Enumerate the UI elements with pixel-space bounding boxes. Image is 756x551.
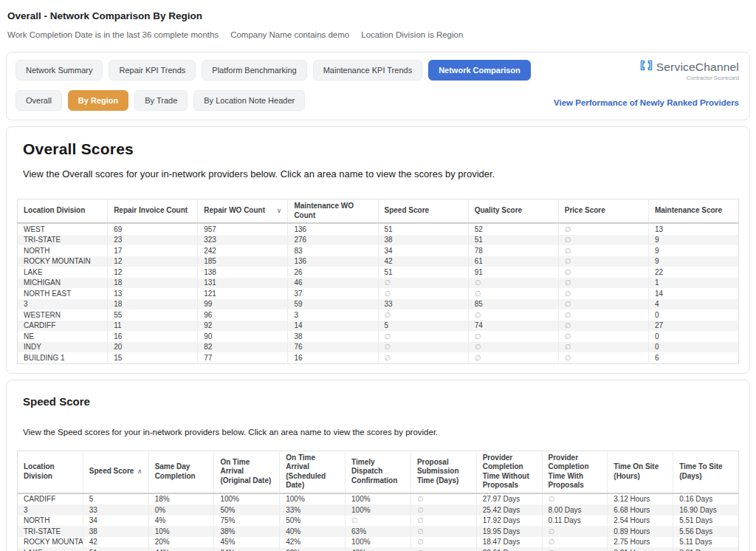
value-cell: 43% — [346, 547, 411, 551]
value-cell: 44% — [148, 547, 214, 551]
area-name-cell[interactable]: WEST — [18, 223, 108, 235]
column-header[interactable]: Quality Score — [468, 199, 558, 224]
area-name-cell[interactable]: INDY — [18, 342, 108, 353]
value-cell: ∅ — [558, 235, 648, 246]
value-cell: 55 — [108, 309, 198, 321]
column-header[interactable]: Time To Site (Days) — [673, 451, 739, 493]
value-cell: ∅ — [468, 352, 558, 363]
area-name-cell[interactable]: WESTERN — [18, 309, 108, 321]
value-cell: 22.61 Days — [476, 547, 542, 551]
area-name-cell[interactable]: NORTH — [18, 516, 83, 527]
value-cell: 136 — [288, 256, 378, 267]
column-header[interactable]: Time On Site (Hours) — [608, 451, 673, 493]
column-header[interactable]: On Time Arrival (Original Date) — [214, 451, 280, 493]
value-cell: 52 — [468, 223, 558, 235]
secondary-tab-row: Overall By Region By Trade By Location N… — [16, 90, 531, 111]
value-cell: ∅ — [378, 278, 468, 289]
column-header[interactable]: On Time Arrival (Scheduled Date) — [280, 451, 346, 493]
area-name-cell[interactable]: NE — [18, 331, 108, 342]
area-name-cell[interactable]: TRI-STATE — [18, 526, 83, 537]
area-name-cell[interactable]: 3 — [18, 299, 108, 310]
value-cell: 64% — [214, 547, 280, 551]
area-name-cell[interactable]: MICHIGAN — [18, 278, 108, 289]
value-cell: 78 — [468, 245, 558, 256]
area-name-cell[interactable]: CARDIFF — [18, 321, 108, 332]
table-row: NORTH EAST1312137∅∅∅14 — [18, 288, 739, 299]
value-cell: 6 — [648, 352, 738, 363]
value-cell: 23 — [108, 235, 198, 246]
value-cell: 38 — [378, 235, 468, 246]
value-cell: ∅ — [468, 278, 558, 289]
tab-by-location-note-header[interactable]: By Location Note Header — [193, 90, 305, 111]
tab-maintenance-kpi-trends[interactable]: Maintenance KPI Trends — [313, 60, 422, 81]
area-name-cell[interactable]: 3 — [18, 504, 83, 516]
area-name-cell[interactable]: ROCKY MOUNTAIN — [18, 256, 108, 267]
primary-tab-row: Network Summary Repair KPI Trends Platfo… — [16, 60, 531, 81]
column-header[interactable]: Speed Score — [378, 199, 468, 224]
value-cell: 5.56 Days — [673, 526, 739, 537]
value-cell: 62% — [280, 547, 346, 551]
area-name-cell[interactable]: NORTH — [18, 245, 108, 256]
value-cell: ∅ — [378, 309, 468, 321]
value-cell: 61 — [468, 256, 558, 267]
tab-network-summary[interactable]: Network Summary — [16, 60, 103, 81]
column-header[interactable]: Speed Score∧ — [83, 451, 148, 493]
speed-score-card: Speed Score View the Speed scores for yo… — [6, 380, 750, 551]
column-header[interactable]: Timely Dispatch Confirmation — [346, 451, 411, 493]
area-name-cell[interactable]: CARDIFF — [18, 493, 83, 505]
tab-platform-benchmarking[interactable]: Platform Benchmarking — [202, 60, 306, 81]
column-header[interactable]: Same Day Completion — [148, 451, 214, 493]
value-cell: 323 — [198, 235, 288, 246]
value-cell: 18.47 Days — [476, 537, 542, 548]
column-header[interactable]: Proposal Submission Time (Days) — [410, 451, 476, 493]
column-header[interactable]: Location Division — [18, 451, 83, 493]
value-cell: ∅ — [542, 493, 608, 505]
column-header[interactable]: Repair Invoice Count — [108, 199, 198, 224]
tab-repair-kpi-trends[interactable]: Repair KPI Trends — [109, 60, 196, 81]
area-name-cell[interactable]: TRI-STATE — [18, 235, 108, 246]
value-cell: ∅ — [558, 267, 648, 278]
value-cell: ∅ — [542, 537, 608, 548]
column-header[interactable]: Maintenance Score — [648, 199, 738, 224]
column-header[interactable]: Price Score — [558, 199, 648, 224]
column-header[interactable]: Provider Completion Time Without Proposa… — [476, 451, 542, 493]
value-cell: ∅ — [542, 547, 608, 551]
value-cell: 76 — [288, 342, 378, 353]
value-cell: 100% — [214, 493, 280, 505]
column-header[interactable]: Maintenance WO Count — [288, 199, 378, 224]
tab-network-comparison[interactable]: Network Comparison — [428, 60, 531, 81]
overall-scores-table: Location DivisionRepair Invoice CountRep… — [17, 199, 739, 364]
value-cell: 0 — [648, 309, 738, 321]
value-cell: 16.90 Days — [673, 504, 739, 516]
value-cell: 9 — [648, 235, 738, 246]
value-cell: 957 — [198, 223, 288, 235]
value-cell: ∅ — [558, 245, 648, 256]
value-cell: 0.89 Hours — [608, 526, 673, 537]
filter-company-name: Company Name contains demo — [230, 30, 349, 39]
tab-overall[interactable]: Overall — [16, 90, 62, 111]
value-cell: 27.97 Days — [476, 493, 542, 505]
tab-by-region[interactable]: By Region — [68, 90, 128, 111]
value-cell: 38% — [214, 526, 280, 537]
area-name-cell[interactable]: LAKE — [18, 547, 83, 551]
value-cell: ∅ — [558, 223, 648, 235]
area-name-cell[interactable]: ROCKY MOUNTAIN — [18, 537, 83, 548]
table-row: WESTERN55963∅∅∅0 — [18, 309, 739, 321]
value-cell: 2.75 Hours — [608, 537, 673, 548]
column-header[interactable]: Repair WO Count∨ — [198, 199, 288, 224]
tab-by-trade[interactable]: By Trade — [134, 90, 188, 111]
value-cell: ∅ — [558, 299, 648, 310]
area-name-cell[interactable]: BUILDING 1 — [18, 352, 108, 363]
sort-descending-icon: ∨ — [277, 207, 282, 215]
area-name-cell[interactable]: LAKE — [18, 267, 108, 278]
value-cell: 59 — [288, 299, 378, 310]
area-name-cell[interactable]: NORTH EAST — [18, 288, 108, 299]
newly-ranked-providers-link[interactable]: View Performance of Newly Ranked Provide… — [554, 98, 739, 107]
column-header[interactable]: Location Division — [18, 199, 108, 224]
value-cell: 83 — [288, 245, 378, 256]
value-cell: 42 — [378, 256, 468, 267]
column-header[interactable]: Provider Completion Time With Proposals — [542, 451, 608, 493]
table-row: CARDIFF518%100%100%100%∅27.97 Days∅3.12 … — [18, 493, 739, 505]
value-cell: 85 — [468, 299, 558, 310]
filter-location-division: Location Division is Region — [361, 30, 463, 39]
